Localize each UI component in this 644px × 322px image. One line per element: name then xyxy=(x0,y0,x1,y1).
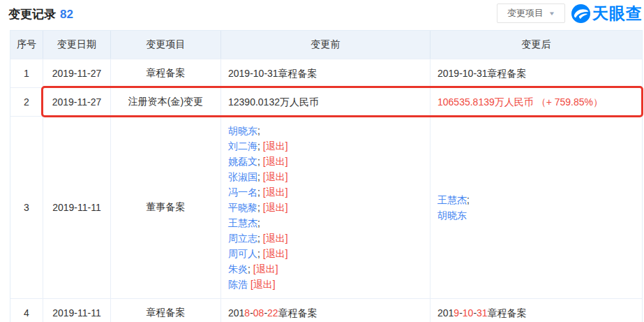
text-segment: ; xyxy=(467,194,470,205)
red-text: [退出] xyxy=(263,156,288,167)
value-line: 平晓黎; [退出] xyxy=(228,200,288,215)
value-line: 朱炎; [退出] xyxy=(228,261,278,277)
cell-serial: 4 xyxy=(10,299,43,322)
cell-item: 董事备案 xyxy=(111,117,221,298)
person-link[interactable]: 胡晓东 xyxy=(228,125,257,136)
cell-item: 注册资本(金)变更 xyxy=(111,88,221,116)
value-line: 刘二海; [退出] xyxy=(228,138,288,154)
table-row: 32019-11-11董事备案胡晓东;刘二海; [退出]姚磊文; [退出]张淑国… xyxy=(10,116,642,298)
page-title: 变更记录82 xyxy=(8,6,73,22)
person-link[interactable]: 姚磊文 xyxy=(228,156,257,167)
value-line: 2019-10-31章程备案 xyxy=(437,66,527,81)
red-text: [退出] xyxy=(263,140,288,152)
cell-before: 2018-08-22章程备案 xyxy=(221,299,430,322)
red-text: [退出] xyxy=(250,279,276,290)
text-segment: ; xyxy=(257,140,263,152)
filter-label: 变更项目 xyxy=(507,7,544,20)
record-count-badge: 82 xyxy=(60,8,73,21)
cell-date: 2019-11-27 xyxy=(43,59,111,87)
value-line: 王慧杰; xyxy=(228,215,260,230)
red-text: 8 xyxy=(244,307,250,319)
text-segment: ; xyxy=(257,156,263,167)
change-item-filter-dropdown[interactable]: 变更项目 ▼ xyxy=(497,3,565,23)
person-link[interactable]: 张淑国 xyxy=(228,171,257,182)
person-link[interactable]: 朱炎 xyxy=(228,263,248,275)
value-line: 2018-08-22章程备案 xyxy=(228,305,317,321)
value-line: 胡晓东; xyxy=(228,123,260,138)
cell-after: 2019-10-31章程备案 xyxy=(430,299,642,322)
person-link[interactable]: 陈浩 xyxy=(228,279,248,290)
red-text: [退出] xyxy=(263,248,288,259)
text-segment: 2019-10-31章程备案 xyxy=(437,68,527,79)
red-text: 08 xyxy=(253,307,264,319)
value-line: 12390.0132万人民币 xyxy=(228,94,319,110)
value-line: 2019-10-31章程备案 xyxy=(437,305,527,321)
red-text: 106535.8139万人民币 （+ 759.85%） xyxy=(437,96,603,108)
cell-serial: 1 xyxy=(10,59,43,87)
person-link[interactable]: 刘二海 xyxy=(228,140,257,152)
text-segment: 2019-10-31章程备案 xyxy=(228,68,317,79)
cell-serial: 2 xyxy=(10,88,43,116)
tianyancha-logo-icon xyxy=(571,4,590,23)
text-segment: 201 xyxy=(437,307,454,319)
cell-after: 2019-10-31章程备案 xyxy=(430,59,642,87)
person-link[interactable]: 王慧杰 xyxy=(437,194,467,205)
cell-after: 王慧杰;胡晓东 xyxy=(430,117,642,298)
value-line: 2019-10-31章程备案 xyxy=(228,66,317,81)
text-segment: ; xyxy=(257,171,263,182)
person-link[interactable]: 周可人 xyxy=(228,248,257,259)
text-segment: ; xyxy=(257,186,263,198)
page-title-text: 变更记录 xyxy=(8,8,56,21)
table-row: 22019-11-27注册资本(金)变更12390.0132万人民币106535… xyxy=(10,87,642,116)
column-header-after: 变更后 xyxy=(430,31,642,59)
column-header-date: 变更日期 xyxy=(43,31,111,59)
person-link[interactable]: 周立志 xyxy=(228,233,257,244)
cell-after: 106535.8139万人民币 （+ 759.85%） xyxy=(430,88,642,116)
person-link[interactable]: 冯一名 xyxy=(228,186,257,198)
text-segment: ; xyxy=(257,125,260,136)
cell-date: 2019-11-11 xyxy=(43,117,111,298)
column-header-item: 变更项目 xyxy=(111,31,221,59)
red-text: 31 xyxy=(477,307,488,319)
red-text: [退出] xyxy=(253,263,278,275)
table-row: 12019-11-27章程备案2019-10-31章程备案2019-10-31章… xyxy=(10,59,642,87)
cell-date: 2019-11-11 xyxy=(43,299,111,322)
person-link[interactable]: 胡晓东 xyxy=(437,210,467,221)
red-text: [退出] xyxy=(263,233,288,244)
tianyancha-logo: 天眼查 xyxy=(571,3,643,24)
red-text: 10 xyxy=(463,307,474,319)
value-line: 106535.8139万人民币 （+ 759.85%） xyxy=(437,94,603,110)
cell-item: 章程备案 xyxy=(111,59,221,87)
cell-item: 章程备案 xyxy=(111,299,221,322)
value-line: 周可人; [退出] xyxy=(228,246,288,261)
person-link[interactable]: 王慧杰 xyxy=(228,217,257,228)
value-line: 陈浩 [退出] xyxy=(228,277,276,292)
table-row: 42019-11-11章程备案2018-08-22章程备案2019-10-31章… xyxy=(10,298,642,322)
red-text: 22 xyxy=(267,307,278,319)
cell-date: 2019-11-27 xyxy=(43,88,111,116)
red-text: [退出] xyxy=(263,186,288,198)
cell-before: 12390.0132万人民币 xyxy=(221,88,430,116)
text-segment: ; xyxy=(257,217,260,228)
value-line: 周立志; [退出] xyxy=(228,230,288,246)
text-segment: ; xyxy=(257,233,263,244)
table-header-row: 序号 变更日期 变更项目 变更前 变更后 xyxy=(10,31,642,59)
chevron-down-icon: ▼ xyxy=(548,10,555,17)
change-records-table: 序号 变更日期 变更项目 变更前 变更后 12019-11-27章程备案2019… xyxy=(10,30,643,322)
cell-before: 胡晓东;刘二海; [退出]姚磊文; [退出]张淑国; [退出]冯一名; [退出]… xyxy=(221,117,430,298)
tianyancha-logo-text: 天眼查 xyxy=(592,3,643,24)
red-text: 9 xyxy=(454,307,459,319)
text-segment: 章程备案 xyxy=(488,307,527,319)
value-line: 王慧杰; xyxy=(437,192,470,207)
person-link[interactable]: 平晓黎 xyxy=(228,202,257,213)
text-segment: ; xyxy=(257,248,263,259)
text-segment: ; xyxy=(257,202,263,213)
text-segment: 12390.0132万人民币 xyxy=(228,96,319,108)
text-segment: 章程备案 xyxy=(278,307,317,319)
value-line: 张淑国; [退出] xyxy=(228,169,288,184)
red-text: [退出] xyxy=(263,202,288,213)
table-body: 12019-11-27章程备案2019-10-31章程备案2019-10-31章… xyxy=(10,59,642,322)
text-segment: ; xyxy=(248,263,253,275)
text-segment: 201 xyxy=(228,307,244,319)
cell-serial: 3 xyxy=(10,117,43,298)
